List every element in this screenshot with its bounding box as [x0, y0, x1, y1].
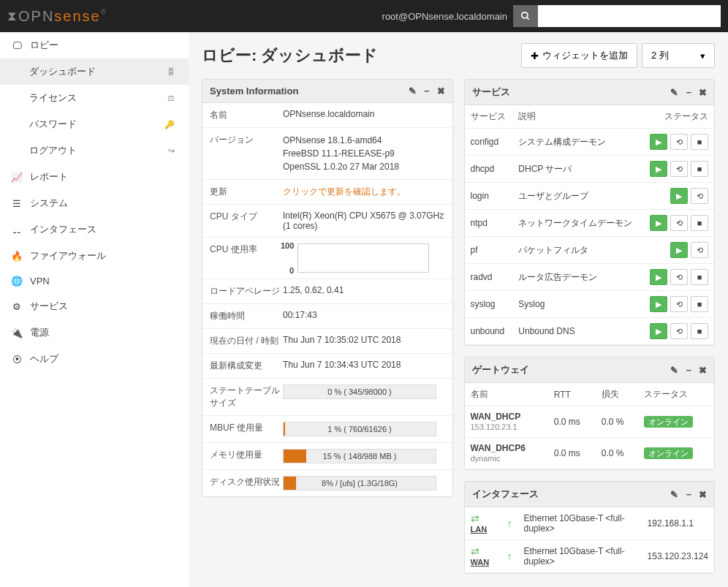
minimize-icon[interactable]: −: [686, 365, 691, 376]
gateway-row: WAN_DHCP153.120.23.1 0.0 ms 0.0 % オンライン: [465, 406, 715, 438]
gateway-row: WAN_DHCP6dynamic 0.0 ms 0.0 % オンライン: [465, 438, 715, 469]
fire-icon: 🔥: [11, 251, 23, 262]
play-button[interactable]: ▶: [650, 215, 667, 231]
minimize-icon[interactable]: −: [686, 489, 691, 500]
col-header: 名前: [465, 383, 548, 406]
nav-services[interactable]: ⚙サービス: [0, 293, 189, 319]
gw-loss: 0.0 %: [596, 406, 638, 438]
label: ディスク使用状況: [210, 476, 283, 491]
life-ring-icon: ⦿: [11, 354, 23, 365]
if-name[interactable]: ⇄WAN: [465, 540, 501, 573]
top-bar: ⧗ OPNsense® root@OPNsense.localdomain: [0, 0, 728, 32]
interface-row: ⇄LAN ↑ Ethernet 10Gbase-T <full-duplex> …: [465, 507, 715, 540]
swap-icon: ⇄: [471, 512, 479, 524]
search-input[interactable]: [538, 5, 721, 27]
value: 00:17:43: [283, 310, 445, 322]
restart-button[interactable]: ⟲: [670, 296, 688, 312]
widget-title: ゲートウェイ: [472, 363, 671, 376]
key-icon: 🔑: [164, 120, 175, 129]
value: Intel(R) Xeon(R) CPU X5675 @ 3.07GHz (1 …: [283, 211, 445, 231]
nav-password[interactable]: パスワード🔑: [0, 111, 189, 137]
play-button[interactable]: ▶: [650, 323, 667, 339]
service-desc: システム構成デーモン: [512, 129, 642, 156]
add-widget-button[interactable]: ✚ウィジェットを追加: [521, 43, 637, 68]
stop-button[interactable]: ■: [691, 215, 708, 231]
widget-interfaces: インタフェース ✎−✖ ⇄LAN ↑ Ethernet 10Gbase-T <f…: [464, 481, 716, 574]
close-icon[interactable]: ✖: [437, 86, 445, 96]
nav-system[interactable]: ☰システム: [0, 190, 189, 216]
close-icon[interactable]: ✖: [699, 87, 707, 98]
logo[interactable]: ⧗ OPNsense®: [7, 8, 107, 25]
widget-title: インタフェース: [472, 488, 671, 501]
minimize-icon[interactable]: −: [686, 87, 691, 98]
if-name[interactable]: ⇄LAN: [465, 507, 501, 540]
label: CPU 使用率: [210, 243, 283, 273]
play-button[interactable]: ▶: [670, 188, 688, 204]
nav-dashboard[interactable]: ダッシュボード🎛: [0, 58, 189, 85]
restart-button[interactable]: ⟲: [691, 188, 708, 204]
service-desc: DHCP サーバ: [512, 156, 642, 183]
logo-text: OPNsense®: [18, 8, 107, 25]
play-button[interactable]: ▶: [650, 134, 667, 150]
nav-vpn[interactable]: 🌐VPN: [0, 269, 189, 293]
restart-button[interactable]: ⟲: [670, 323, 688, 339]
stop-button[interactable]: ■: [691, 296, 708, 312]
stop-button[interactable]: ■: [691, 161, 708, 177]
restart-button[interactable]: ⟲: [670, 134, 688, 150]
stop-button[interactable]: ■: [691, 323, 708, 339]
check-update-link[interactable]: クリックで更新を確認します。: [283, 186, 406, 197]
nav-power[interactable]: 🔌電源: [0, 319, 189, 346]
nav-help[interactable]: ⦿ヘルプ: [0, 346, 189, 372]
dashboard-icon: 🎛: [167, 67, 175, 76]
close-icon[interactable]: ✖: [699, 489, 707, 500]
restart-button[interactable]: ⟲: [691, 242, 708, 258]
service-desc: ユーザとグループ: [512, 183, 642, 210]
service-row: login ユーザとグループ ▶ ⟲: [465, 183, 715, 210]
service-desc: Syslog: [512, 291, 642, 318]
label: バージョン: [210, 134, 283, 173]
columns-select[interactable]: 2 列▾: [642, 43, 715, 68]
gw-name: WAN_DHCP6dynamic: [465, 438, 548, 469]
cpu-chart: 100 0: [297, 243, 429, 273]
widget-title: System Information: [210, 86, 409, 96]
gateways-table: 名前 RTT 損失 ステータス WAN_DHCP153.120.23.1 0.0…: [465, 383, 715, 469]
pencil-icon[interactable]: ✎: [670, 489, 678, 500]
nav-logout[interactable]: ログアウト↪: [0, 137, 189, 164]
minimize-icon[interactable]: −: [424, 86, 430, 96]
service-name: dhcpd: [465, 156, 513, 183]
search-button[interactable]: [513, 5, 538, 27]
user-label[interactable]: root@OPNsense.localdomain: [382, 11, 507, 22]
if-status-icon: ↑: [501, 540, 518, 573]
pencil-icon[interactable]: ✎: [409, 86, 417, 96]
nav-firewall[interactable]: 🔥ファイアウォール: [0, 243, 189, 269]
gw-status: オンライン: [638, 406, 714, 438]
play-button[interactable]: ▶: [650, 269, 667, 285]
value: OPNsense 18.1.6-amd64FreeBSD 11.1-RELEAS…: [283, 134, 445, 173]
service-name: ntpd: [465, 210, 513, 237]
play-button[interactable]: ▶: [650, 296, 667, 312]
mbuf-progress: 1 % ( 760/61626 ): [283, 422, 436, 436]
play-button[interactable]: ▶: [650, 161, 667, 177]
nav-report[interactable]: 📈レポート: [0, 164, 189, 190]
nav-interfaces[interactable]: ⚋インタフェース: [0, 216, 189, 243]
pencil-icon[interactable]: ✎: [670, 365, 678, 376]
close-icon[interactable]: ✖: [699, 365, 707, 376]
play-button[interactable]: ▶: [670, 242, 688, 258]
mem-progress: 15 % ( 148/988 MB ): [283, 449, 436, 463]
nav-lobby[interactable]: 🖵ロビー: [0, 32, 189, 58]
stop-button[interactable]: ■: [691, 134, 708, 150]
nav-license[interactable]: ライセンス⚖: [0, 85, 189, 111]
restart-button[interactable]: ⟲: [670, 161, 688, 177]
label: 現在の日付 / 時刻: [210, 335, 283, 347]
gw-loss: 0.0 %: [596, 438, 638, 469]
arrow-up-icon: ↑: [507, 550, 512, 562]
service-row: unbound Unbound DNS ▶ ⟲ ■: [465, 318, 715, 345]
pencil-icon[interactable]: ✎: [670, 87, 678, 98]
service-row: configd システム構成デーモン ▶ ⟲ ■: [465, 129, 715, 156]
restart-button[interactable]: ⟲: [670, 215, 688, 231]
col-header: RTT: [548, 383, 596, 406]
restart-button[interactable]: ⟲: [670, 269, 688, 285]
service-row: ntpd ネットワークタイムデーモン ▶ ⟲ ■: [465, 210, 715, 237]
if-desc: Ethernet 10Gbase-T <full-duplex>: [518, 507, 642, 540]
stop-button[interactable]: ■: [691, 269, 708, 285]
